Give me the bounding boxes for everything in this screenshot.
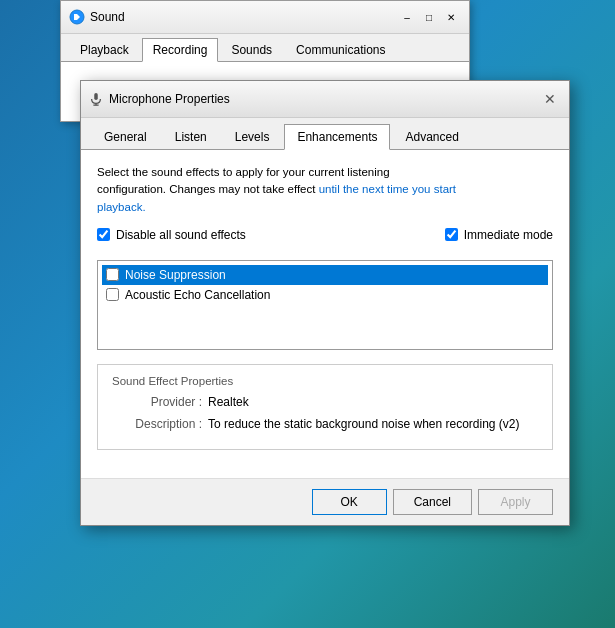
- bg-titlebar-left: Sound: [69, 9, 125, 25]
- effect-noise-suppression[interactable]: Noise Suppression: [102, 265, 548, 285]
- bg-tab-playback[interactable]: Playback: [69, 38, 140, 61]
- disable-all-label[interactable]: Disable all sound effects: [116, 228, 246, 242]
- ok-button[interactable]: OK: [312, 489, 387, 515]
- bg-close-button[interactable]: ✕: [441, 7, 461, 27]
- microphone-properties-dialog: Microphone Properties ✕ General Listen L…: [80, 80, 570, 526]
- bg-window-title: Sound: [90, 10, 125, 24]
- bg-tab-sounds[interactable]: Sounds: [220, 38, 283, 61]
- acoustic-echo-checkbox[interactable]: [106, 288, 119, 301]
- svg-rect-2: [94, 93, 98, 100]
- description-prop-label: Description :: [112, 417, 202, 431]
- noise-suppression-checkbox[interactable]: [106, 268, 119, 281]
- tab-advanced[interactable]: Advanced: [392, 124, 471, 149]
- bg-minimize-button[interactable]: –: [397, 7, 417, 27]
- description-text: Select the sound effects to apply for yo…: [97, 164, 553, 216]
- tab-listen[interactable]: Listen: [162, 124, 220, 149]
- main-dialog-title: Microphone Properties: [109, 92, 230, 106]
- sound-icon: [69, 9, 85, 25]
- main-titlebar: Microphone Properties ✕: [81, 81, 569, 118]
- description-prop-value: To reduce the static background noise wh…: [208, 417, 520, 431]
- provider-value: Realtek: [208, 395, 249, 409]
- main-content: Select the sound effects to apply for yo…: [81, 149, 569, 478]
- options-row: Disable all sound effects Immediate mode: [97, 228, 553, 252]
- disable-all-checkbox[interactable]: [97, 228, 110, 241]
- provider-label: Provider :: [112, 395, 202, 409]
- acoustic-echo-label: Acoustic Echo Cancellation: [125, 288, 270, 302]
- description-row: Description : To reduce the static backg…: [112, 417, 538, 431]
- provider-row: Provider : Realtek: [112, 395, 538, 409]
- bg-titlebar-controls: – □ ✕: [397, 7, 461, 27]
- bg-tabs: Playback Recording Sounds Communications: [61, 34, 469, 61]
- disable-all-row: Disable all sound effects: [97, 228, 246, 242]
- effect-acoustic-echo[interactable]: Acoustic Echo Cancellation: [102, 285, 548, 305]
- bg-maximize-button[interactable]: □: [419, 7, 439, 27]
- dialog-footer: OK Cancel Apply: [81, 478, 569, 525]
- bg-tab-recording[interactable]: Recording: [142, 38, 219, 62]
- tab-enhancements[interactable]: Enhancements: [284, 124, 390, 150]
- properties-title: Sound Effect Properties: [112, 375, 538, 387]
- effects-listbox: Noise Suppression Acoustic Echo Cancella…: [97, 260, 553, 350]
- immediate-mode-label[interactable]: Immediate mode: [464, 228, 553, 242]
- cancel-button[interactable]: Cancel: [393, 489, 472, 515]
- sound-effect-properties-box: Sound Effect Properties Provider : Realt…: [97, 364, 553, 450]
- microphone-icon: [89, 92, 103, 106]
- apply-button[interactable]: Apply: [478, 489, 553, 515]
- main-close-button[interactable]: ✕: [539, 88, 561, 110]
- tab-levels[interactable]: Levels: [222, 124, 283, 149]
- bg-tab-communications[interactable]: Communications: [285, 38, 396, 61]
- noise-suppression-label: Noise Suppression: [125, 268, 226, 282]
- main-tabs: General Listen Levels Enhancements Advan…: [81, 118, 569, 149]
- main-titlebar-left: Microphone Properties: [89, 92, 230, 106]
- immediate-mode-checkbox[interactable]: [445, 228, 458, 241]
- immediate-mode-row: Immediate mode: [445, 228, 553, 242]
- tab-general[interactable]: General: [91, 124, 160, 149]
- bg-titlebar: Sound – □ ✕: [61, 1, 469, 34]
